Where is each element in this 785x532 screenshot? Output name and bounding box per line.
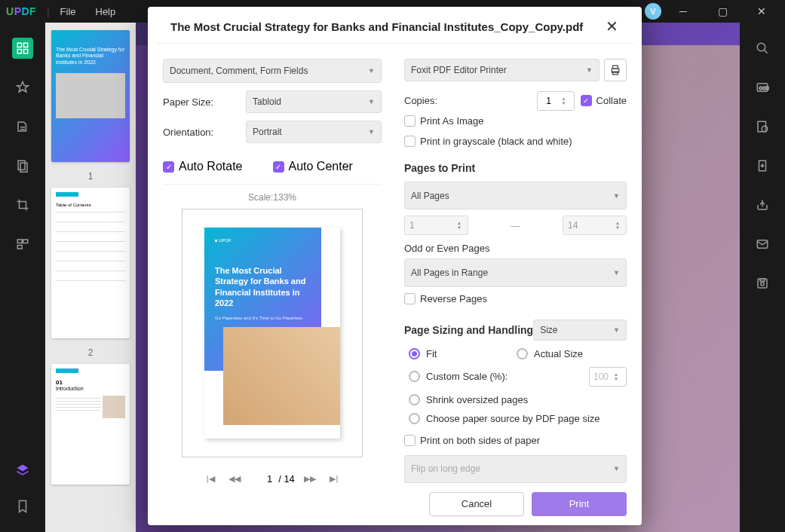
svg-text:OCR: OCR — [759, 86, 770, 90]
page-icon[interactable] — [12, 155, 33, 176]
close-button[interactable]: ✕ — [744, 1, 779, 22]
svg-rect-18 — [760, 279, 765, 281]
paper-size-label: Paper Size: — [163, 96, 246, 108]
svg-point-13 — [762, 126, 768, 132]
odd-even-label: Odd or Even Pages — [404, 243, 627, 254]
thumbnail-panel: The Most Crucial Strategy for Banks and … — [45, 23, 136, 532]
organize-icon[interactable] — [12, 234, 33, 255]
svg-rect-0 — [17, 43, 21, 47]
copies-label: Copies: — [404, 95, 531, 106]
pages-select[interactable]: All Pages▼ — [404, 182, 627, 209]
custom-scale-input[interactable]: ▲▼ — [589, 367, 627, 387]
svg-rect-2 — [17, 50, 21, 54]
svg-rect-8 — [17, 246, 22, 249]
last-page-button[interactable]: ▶| — [325, 469, 343, 488]
sizing-title: Page Sizing and Handling — [404, 324, 533, 336]
page-total: / 14 — [278, 473, 295, 485]
save-icon[interactable] — [752, 273, 773, 294]
maximize-button[interactable]: ▢ — [705, 1, 740, 22]
flip-select[interactable]: Flip on long edge▼ — [404, 455, 627, 483]
next-page-button[interactable]: ▶▶ — [301, 469, 319, 488]
size-select[interactable]: Size▼ — [533, 320, 627, 341]
menu-file[interactable]: File — [60, 6, 76, 17]
cancel-button[interactable]: Cancel — [429, 492, 524, 516]
print-button[interactable]: Print — [532, 492, 627, 516]
intro-title: Introduction — [56, 386, 125, 391]
crop-icon[interactable] — [12, 194, 33, 216]
print-dialog: The Most Crucial Strategy for Banks and … — [148, 7, 642, 525]
thumbnail-page-3[interactable]: 01 Introduction — [51, 364, 130, 485]
export-icon[interactable] — [752, 155, 773, 176]
avatar[interactable]: V — [645, 3, 661, 20]
print-as-image-checkbox[interactable] — [404, 115, 415, 127]
page-input[interactable] — [250, 473, 272, 485]
edit-icon[interactable] — [12, 116, 33, 137]
bookmark-icon[interactable] — [12, 496, 33, 517]
both-sides-checkbox[interactable] — [404, 435, 415, 446]
ocr-icon[interactable]: OCR — [752, 77, 773, 98]
svg-rect-20 — [613, 66, 618, 69]
prev-page-button[interactable]: ◀◀ — [225, 469, 244, 488]
printer-icon[interactable] — [604, 59, 627, 81]
printer-select[interactable]: Foxit PDF Editor Printer▼ — [404, 59, 599, 81]
paper-size-select[interactable]: Tabloid▼ — [246, 90, 382, 113]
menu-help[interactable]: Help — [96, 6, 116, 17]
app-logo: UPDF — [6, 5, 36, 17]
range-from-input[interactable]: 1▲▼ — [404, 216, 468, 235]
print-preview: ■ UPDF The Most Crucial Strategy for Ban… — [182, 209, 363, 457]
fit-radio[interactable] — [409, 348, 420, 359]
custom-scale-radio[interactable] — [409, 371, 420, 382]
svg-rect-5 — [20, 163, 27, 172]
orientation-label: Orientation: — [163, 127, 246, 138]
highlight-icon[interactable] — [12, 77, 33, 98]
orientation-select[interactable]: Portrait▼ — [246, 121, 382, 143]
toc-title: Table of Contents — [56, 203, 125, 207]
scale-label: Scale:133% — [163, 184, 382, 203]
mail-icon[interactable] — [752, 234, 773, 255]
thumbnail-page-1[interactable]: The Most Crucial Strategy for Banks and … — [51, 30, 130, 162]
svg-rect-6 — [17, 240, 22, 243]
share-icon[interactable] — [752, 194, 773, 216]
collate-checkbox[interactable]: ✓ — [581, 95, 592, 106]
search-icon[interactable] — [752, 38, 773, 59]
thumbnails-icon[interactable] — [12, 38, 33, 59]
thumb-number: 2 — [51, 347, 130, 358]
choose-source-radio[interactable] — [409, 413, 420, 424]
thumb-number: 1 — [51, 171, 130, 182]
dialog-title: The Most Crucial Strategy for Banks and … — [170, 20, 583, 33]
range-to-input[interactable]: 14▲▼ — [563, 216, 627, 235]
first-page-button[interactable]: |◀ — [201, 469, 219, 488]
svg-rect-7 — [23, 240, 28, 243]
odd-even-select[interactable]: All Pages in Range▼ — [404, 258, 627, 286]
shrink-radio[interactable] — [409, 394, 420, 405]
svg-point-9 — [757, 43, 765, 51]
close-icon[interactable]: ✕ — [604, 17, 619, 35]
left-toolbar — [0, 23, 45, 532]
svg-rect-3 — [24, 50, 28, 54]
right-toolbar: OCR — [740, 23, 785, 532]
auto-center-checkbox[interactable]: ✓ — [273, 161, 284, 173]
minimize-button[interactable]: ─ — [666, 1, 701, 22]
copies-input[interactable]: ▲▼ — [537, 91, 575, 111]
auto-center-label: Auto Center — [289, 160, 353, 173]
preview-pager: |◀ ◀◀ / 14 ▶▶ ▶| — [163, 469, 382, 488]
svg-rect-16 — [758, 279, 767, 288]
thumbnail-page-2[interactable]: Table of Contents — [51, 188, 130, 338]
svg-point-17 — [761, 283, 765, 286]
auto-rotate-label: Auto Rotate — [179, 160, 243, 173]
thumb-title: The Most Crucial Strategy for Banks and … — [56, 47, 125, 66]
actual-size-radio[interactable] — [517, 348, 528, 359]
content-select[interactable]: Document, Comment, Form Fields▼ — [163, 59, 382, 83]
grayscale-checkbox[interactable] — [404, 136, 415, 147]
auto-rotate-checkbox[interactable]: ✓ — [163, 161, 174, 173]
svg-rect-1 — [24, 43, 28, 47]
separator: | — [47, 6, 49, 17]
reverse-checkbox[interactable] — [404, 293, 415, 304]
convert-icon[interactable] — [752, 116, 773, 137]
svg-rect-4 — [18, 161, 25, 170]
layers-icon[interactable] — [12, 460, 33, 481]
pages-to-print-title: Pages to Print — [404, 162, 627, 174]
